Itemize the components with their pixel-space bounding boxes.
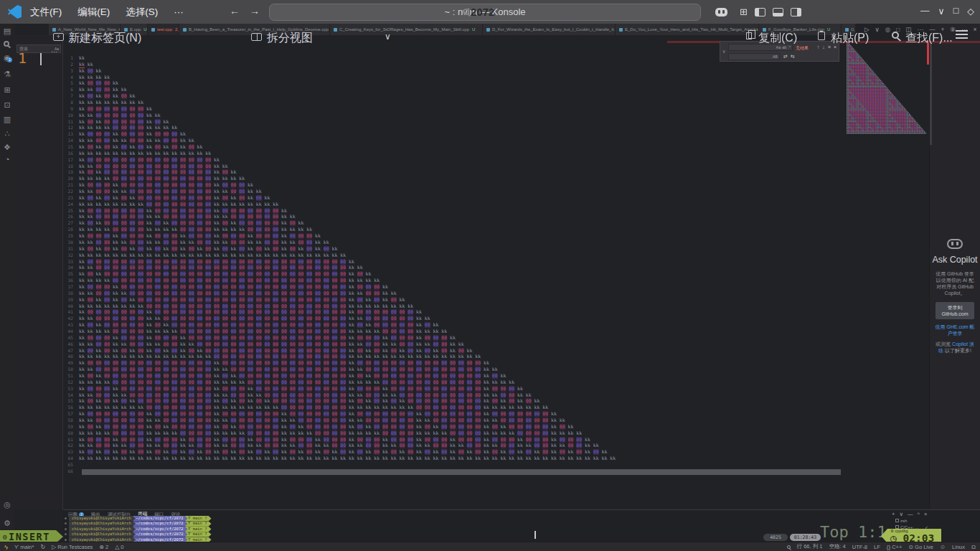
status-warnings[interactable]: △0 — [115, 544, 123, 550]
hierarchy-icon[interactable]: ∴ — [0, 129, 14, 138]
paste-icon[interactable] — [818, 32, 825, 40]
preserve-case-icon[interactable]: AB — [773, 55, 778, 59]
minimap[interactable] — [847, 41, 927, 136]
tab-label: E_Do_You_Love_Your_Hero_and_His_Two_Hit_… — [625, 27, 759, 32]
customize-layout-icon[interactable]: ⊞ — [740, 6, 748, 17]
restore-icon[interactable]: □ — [953, 6, 959, 17]
maximize-panel-icon[interactable]: ^ — [917, 511, 920, 517]
editor-tab-2[interactable]: test.cpp2, U● — [148, 24, 179, 35]
konsole-new-tab[interactable]: 新建标签页(N) — [68, 31, 141, 46]
hamburger-menu-icon[interactable] — [956, 30, 968, 39]
menu-item-1[interactable]: 编辑(E) — [77, 6, 110, 19]
explorer-icon[interactable]: ▤ — [0, 27, 14, 36]
remote-explorer-icon[interactable]: ⊡ — [0, 100, 14, 110]
window-controls: —∨□◇× — [920, 6, 980, 17]
prev-match-icon[interactable]: ↑ — [817, 44, 820, 50]
scrollbar[interactable] — [930, 41, 932, 145]
status-cursor-position[interactable]: 行 66, 列 1 — [797, 543, 823, 550]
close-panel-icon[interactable]: × — [924, 511, 927, 517]
editor-tab-6[interactable]: E_Do_You_Love_Your_Hero_and_His_Two_Hit_… — [616, 24, 759, 35]
menu-item-0[interactable]: 文件(F) — [30, 6, 62, 19]
konsole-copy[interactable]: 复制(C) — [758, 31, 797, 46]
status-indentation[interactable]: 空格: 4 — [829, 543, 845, 550]
kill-ter-icon[interactable]: — — [908, 511, 913, 517]
toggle-panel-icon[interactable] — [773, 8, 783, 17]
next-match-icon[interactable]: ↓ — [822, 44, 825, 50]
more-actions-icon[interactable]: ⋯ — [51, 48, 57, 55]
line-number: 12 — [63, 125, 79, 131]
terminal-list-item-0[interactable]: zsh — [895, 518, 928, 524]
vscode-logo-icon — [8, 5, 22, 19]
code-line-8: 8kk kk kk kk kk kk kk kk — [63, 100, 845, 106]
code-area[interactable]: 1kk2kk kk3kk 00 kk4kk kk kk kk5kk 00 00 … — [63, 55, 845, 475]
tab-git-status: U — [827, 27, 830, 32]
replace-icon[interactable]: ⇄ — [783, 54, 788, 60]
konsole-split-view[interactable]: 拆分视图 — [267, 31, 313, 46]
code-line-52: 52kk kk kk kk 00 00 00 00 00 00 00 00 00… — [63, 380, 845, 386]
copilot-title: Ask Copilot — [930, 255, 980, 265]
copilot-logo-icon — [947, 239, 963, 249]
editor-action-icon-10[interactable]: × — [973, 26, 976, 33]
line-number: 18 — [63, 164, 79, 170]
status-bar-right: 行 66, 列 1空格: 4UTF-8LF{}C++⊙Go Live☺Linux… — [787, 543, 976, 550]
status-run-testcases[interactable]: ▷Run Testcases — [52, 544, 93, 550]
find-icon[interactable] — [892, 32, 899, 39]
editor-tab-4[interactable]: C_Creating_Keys_for_StORages_Has_Become_… — [330, 24, 483, 35]
status-remote[interactable]: ϟ — [4, 543, 8, 551]
line-number: 5 — [63, 80, 79, 87]
new-terminal-icon[interactable]: + — [892, 511, 895, 517]
konsole-find[interactable]: 查找(F)... — [905, 31, 953, 46]
status-sync[interactable]: ↻ — [40, 544, 45, 550]
minimize-icon[interactable]: — — [920, 6, 930, 17]
editor-tab-5[interactable]: D_For_Wizards_the_Exam_Is_Easy_but_I_Cou… — [483, 24, 616, 35]
copy-icon[interactable] — [746, 32, 752, 39]
ghe-signin-link[interactable]: 使用 GHE.com 帐户登录 — [930, 324, 980, 336]
editor-action-icon-1[interactable]: ∨ — [875, 26, 880, 33]
charts-icon[interactable]: ▥ — [0, 115, 14, 124]
split-view-caret-icon[interactable]: ∨ — [385, 32, 391, 42]
chevron-down-icon[interactable]: ∨ — [938, 6, 945, 17]
status-branch[interactable]: ϒmain* — [14, 544, 34, 550]
line-number: 51 — [63, 373, 79, 380]
settings-icon[interactable]: ⚙ — [0, 519, 14, 528]
launch-profile-icon[interactable]: ∨ — [899, 511, 903, 517]
extensions-icon[interactable]: ⊞ — [0, 85, 14, 95]
nvim-pill-a: 4025 — [763, 534, 788, 541]
editor-action-icon-2[interactable]: ◎ — [885, 26, 890, 33]
status-language[interactable]: {}C++ — [887, 544, 903, 550]
code-line-30: 30kk kk 00 00 kk kk 00 00 kk kk 00 00 kk… — [63, 240, 845, 246]
terminal-output[interactable]: chisyayuki@ChisyaYukiArch~/codes/xcpc/cf… — [65, 516, 209, 542]
new-tab-icon[interactable]: + — [53, 33, 64, 41]
copilot-icon[interactable] — [715, 8, 727, 17]
status-os[interactable]: Linux — [952, 544, 965, 550]
github-signin-button[interactable]: 登录到 GitHub.com — [936, 302, 974, 319]
split-view-icon[interactable] — [251, 33, 262, 41]
status-search[interactable] — [787, 545, 791, 549]
status-notifications[interactable]: Ω — [971, 544, 976, 550]
nvim-scroll-position: Top — [820, 523, 849, 541]
toggle-replace-icon[interactable]: ∨ — [721, 49, 727, 55]
status-encoding[interactable]: UTF-8 — [852, 544, 867, 550]
code-line-22: 22kk kk 00 00 kk kk 00 00 00 00 00 00 00… — [63, 189, 845, 195]
account-icon[interactable]: ◎ — [0, 500, 14, 509]
toggle-sidebar-icon[interactable] — [755, 8, 765, 17]
menu-item-3[interactable]: ··· — [174, 6, 184, 17]
status-eol[interactable]: LF — [874, 544, 880, 550]
konsole-paste[interactable]: 粘贴(P) — [831, 31, 869, 46]
replace-input[interactable]: AB — [728, 53, 780, 60]
replace-all-icon[interactable]: ⇆ — [791, 54, 795, 60]
menu-item-2[interactable]: 选择(S) — [126, 6, 158, 19]
status-errors[interactable]: ⊗2 — [99, 544, 108, 550]
web-icon[interactable]: ◔ — [0, 155, 14, 164]
search-sidebar — [14, 35, 63, 509]
forward-icon[interactable]: → — [250, 5, 260, 17]
search-icon[interactable] — [4, 41, 9, 47]
diamond-icon[interactable]: ◇ — [967, 6, 974, 17]
testing-icon[interactable]: ⚗ — [0, 70, 14, 79]
toggle-rightbar-icon[interactable] — [791, 8, 801, 17]
code-line-6: 6kk kk 00 00 kk kk — [63, 87, 845, 93]
back-icon[interactable]: ← — [230, 5, 240, 17]
containers-icon[interactable]: ❖ — [0, 143, 14, 152]
status-feedback[interactable]: ☺ — [940, 544, 946, 550]
status-go-live[interactable]: ⊙Go Live — [908, 544, 933, 550]
